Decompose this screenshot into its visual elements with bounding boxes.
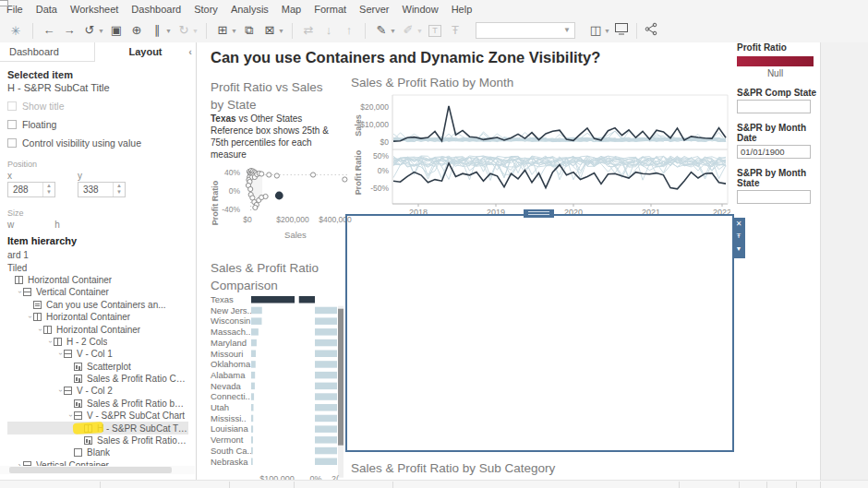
container-close-icon[interactable]: ✕ bbox=[736, 218, 742, 230]
tab-layout[interactable]: Layout ‹ bbox=[95, 42, 196, 62]
comparison-title-line1: Sales & Profit Ratio bbox=[211, 261, 319, 275]
tableau-logo-icon[interactable]: ✳ bbox=[6, 24, 26, 38]
container-menu-icon[interactable]: ▼ bbox=[736, 244, 742, 254]
menu-worksheet[interactable]: Worksheet bbox=[64, 0, 125, 18]
show-mark-labels-icon[interactable]: T bbox=[428, 25, 441, 37]
menu-data[interactable]: Data bbox=[30, 0, 64, 18]
duplicate-icon[interactable]: ⧉ bbox=[240, 19, 259, 42]
save-icon[interactable]: ▣ bbox=[107, 19, 126, 42]
comparison-bar-chart[interactable]: TexasNew Jers..WisconsinMassach..Marylan… bbox=[209, 292, 349, 488]
highlight-icon[interactable]: ✎ bbox=[372, 19, 391, 42]
menu-analysis[interactable]: Analysis bbox=[224, 0, 275, 18]
chevron-down-icon[interactable]: ▼ bbox=[231, 28, 238, 34]
svg-text:0%: 0% bbox=[229, 186, 241, 196]
selected-container-zone[interactable] bbox=[345, 214, 734, 452]
param-comp-state-label: S&PR Comp State bbox=[737, 88, 818, 98]
w-label: w bbox=[7, 220, 14, 230]
tree-item-horizontal-container[interactable]: ›Horizontal Container bbox=[7, 311, 188, 323]
menu-story[interactable]: Story bbox=[187, 0, 224, 18]
checkbox-floating[interactable] bbox=[7, 120, 17, 129]
checkbox-show-title bbox=[7, 101, 17, 111]
pause-updates-icon[interactable]: ∥ bbox=[148, 19, 166, 42]
svg-text:Nevada: Nevada bbox=[211, 381, 241, 391]
tree-item-sales-profit-ratio-by-s[interactable]: Sales & Profit Ratio by S bbox=[7, 434, 188, 446]
svg-text:$20,000: $20,000 bbox=[360, 102, 389, 112]
tab-dashboard[interactable]: Dashboard bbox=[0, 42, 95, 62]
menu-help[interactable]: Help bbox=[445, 0, 479, 18]
tree-item-h-2-cols[interactable]: ›H - 2 Cols bbox=[7, 336, 188, 348]
container-drag-handle[interactable] bbox=[524, 209, 554, 218]
dashboard-title: Can you use Containers and Dynamic Zone … bbox=[211, 49, 600, 66]
strip-divider bbox=[229, 482, 230, 488]
chevron-down-icon[interactable]: ▼ bbox=[165, 28, 173, 34]
tree-item-ard-1[interactable]: ard 1 bbox=[7, 249, 188, 261]
menu-dashboard[interactable]: Dashboard bbox=[125, 0, 187, 18]
tree-item-sales-profit-ratio-comp-[interactable]: Sales & Profit Ratio Comp... bbox=[7, 373, 188, 385]
x-position-input[interactable]: 288▲▼ bbox=[7, 182, 55, 197]
chevron-down-icon[interactable]: ▼ bbox=[604, 28, 611, 34]
item-hierarchy-tree: ard 1TiledHorizontal Container›Vertical … bbox=[7, 249, 188, 471]
tree-item-vertical-container[interactable]: ›Vertical Container bbox=[7, 286, 188, 298]
undo-icon[interactable]: ↺ bbox=[80, 19, 99, 42]
tree-item-can-you-use-containers-an-[interactable]: Can you use Containers an... bbox=[7, 299, 188, 311]
new-data-source-icon[interactable]: ⊕ bbox=[127, 19, 146, 42]
chevron-down-icon: ▼ bbox=[416, 28, 424, 34]
new-worksheet-icon[interactable]: ⊞ bbox=[213, 19, 232, 42]
toolbar-separator bbox=[636, 23, 637, 39]
clear-sheet-icon[interactable]: ⊠ bbox=[260, 19, 279, 42]
back-icon[interactable]: ← bbox=[40, 19, 58, 42]
share-icon[interactable] bbox=[644, 22, 658, 40]
x-spinner[interactable]: ▲▼ bbox=[42, 183, 54, 196]
tree-item-tiled[interactable]: Tiled bbox=[7, 261, 188, 273]
legend-color-bar[interactable] bbox=[737, 56, 814, 66]
scatterplot-chart[interactable]: 40%0%-40%Profit Ratio$0$200,000$400,000S… bbox=[208, 162, 359, 251]
vertical-container-icon bbox=[64, 387, 72, 395]
scatter-desc-line3: 75th percentiles for each bbox=[211, 137, 312, 148]
menu-map[interactable]: Map bbox=[275, 0, 307, 18]
tree-item-label: V - S&PR SubCat Chart bbox=[87, 411, 185, 421]
tree-item-label: Horizontal Container bbox=[28, 275, 112, 285]
svg-text:Sales: Sales bbox=[354, 114, 363, 137]
h-label: h bbox=[54, 220, 60, 230]
size-label: Size bbox=[7, 208, 188, 218]
scatter-title-line1: Profit Ratio vs Sales bbox=[211, 80, 323, 94]
checkbox-control-visibility-using-value[interactable] bbox=[7, 138, 17, 148]
tree-item-scatterplot[interactable]: Scatterplot bbox=[7, 361, 188, 373]
collapse-pane-icon[interactable]: ‹ bbox=[188, 42, 192, 61]
chevron-down-icon[interactable]: ▼ bbox=[278, 28, 285, 34]
container-pin-icon[interactable]: Ŧ bbox=[737, 230, 741, 242]
show-hide-cards-icon[interactable]: ◫ bbox=[586, 19, 605, 42]
tree-item-v-s-pr-subcat-chart[interactable]: ›V - S&PR SubCat Chart bbox=[7, 410, 188, 422]
param-month-date-input[interactable]: 01/01/1900 bbox=[737, 145, 811, 159]
tree-item-sales-profit-ratio-by-m-[interactable]: Sales & Profit Ratio by M... bbox=[7, 398, 188, 410]
menu-window[interactable]: Window bbox=[396, 0, 445, 18]
chevron-down-icon[interactable]: ▼ bbox=[390, 28, 397, 34]
param-comp-state-input[interactable] bbox=[737, 100, 811, 113]
y-spinner[interactable]: ▲▼ bbox=[113, 183, 125, 196]
tree-item-horizontal-container[interactable]: ›Horizontal Container bbox=[7, 323, 188, 335]
hierarchy-horizontal-scrollbar[interactable] bbox=[0, 466, 195, 474]
tree-item-blank[interactable]: Blank bbox=[7, 446, 188, 458]
tree-item-v-col-2[interactable]: ›V - Col 2 bbox=[7, 385, 188, 397]
param-month-state-input[interactable] bbox=[737, 190, 811, 204]
menu-format[interactable]: Format bbox=[307, 0, 353, 18]
dashboard-layout-pane: Dashboard Layout ‹ Selected item H - S&P… bbox=[0, 42, 197, 480]
y-position-input[interactable]: 338▲▼ bbox=[78, 182, 126, 197]
month-line-chart[interactable]: $20,000$10,000$050%0%-50%SalesProfit Rat… bbox=[348, 89, 730, 223]
tree-item-v-col-1[interactable]: ›V - Col 1 bbox=[7, 348, 188, 360]
forward-icon[interactable]: → bbox=[60, 19, 78, 42]
strip-divider bbox=[820, 482, 821, 488]
refresh-icon: ↻ bbox=[175, 19, 193, 42]
chevron-down-icon[interactable]: ▼ bbox=[98, 28, 105, 34]
presentation-mode-icon[interactable] bbox=[613, 21, 630, 40]
fix-axes-icon: Ŧ bbox=[446, 19, 464, 42]
param-month-date-label: S&PR by Month Date bbox=[737, 123, 818, 143]
fit-selector[interactable]: ▼ bbox=[476, 22, 575, 39]
tree-item-label: Sales & Profit Ratio by M... bbox=[87, 399, 188, 409]
menu-server[interactable]: Server bbox=[353, 0, 395, 18]
horizontal-container-icon bbox=[43, 326, 52, 334]
toolbar-separator bbox=[365, 23, 366, 39]
strip-divider bbox=[294, 482, 295, 488]
checkbox-row: Floating bbox=[7, 119, 188, 130]
tree-item-horizontal-container[interactable]: Horizontal Container bbox=[7, 274, 188, 286]
